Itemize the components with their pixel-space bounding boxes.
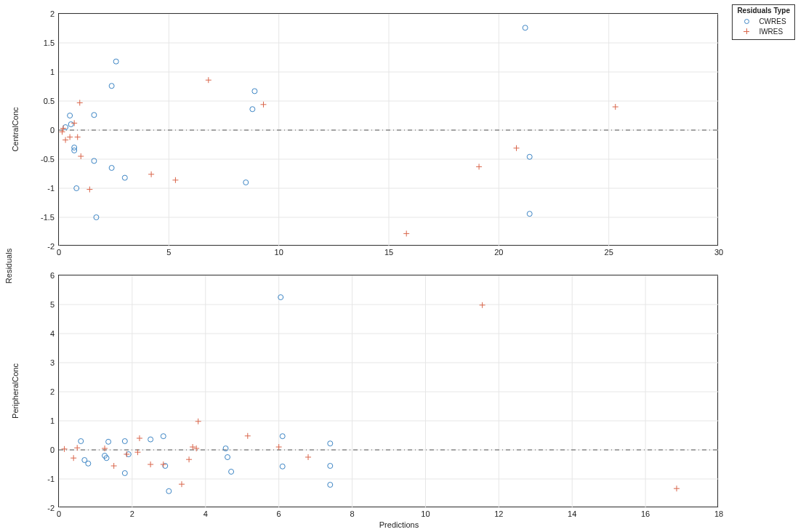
plus-marker-icon [737,27,756,36]
legend-item-iwres: IWRES [737,26,790,36]
cwres-point [250,107,255,112]
iwres-point [172,177,178,183]
iwres-point [480,302,485,308]
ytick-label: 0 [25,446,55,454]
ytick-label: -1 [25,184,55,193]
xtick-label: 10 [411,509,440,518]
iwres-point [71,120,77,126]
xtick-label: 25 [595,248,624,257]
xtick-label: 12 [484,509,513,518]
xtick-label: 30 [704,248,733,257]
ytick-label: 1 [25,416,55,425]
legend-label-cwres: CWRES [759,17,786,25]
cwres-point [78,439,84,444]
iwres-point [276,444,282,450]
iwres-point [67,134,73,140]
cwres-point [280,464,285,469]
iwres-point [260,102,266,108]
iwres-point [196,419,201,424]
xtick-label: 8 [338,509,367,518]
ytick-label: 6 [25,271,55,280]
iwres-point [111,463,117,469]
cwres-point [148,437,153,442]
axes-peripheralconc: PeripheralConc 024681012141618-2-1012345… [58,275,718,507]
cwres-point [280,434,285,439]
cwres-point [166,488,172,493]
iwres-point [102,446,108,451]
cwres-point [86,461,91,466]
circle-marker-icon [737,17,756,25]
cwres-point [106,439,111,444]
iwres-point [148,462,153,467]
cwres-point [328,483,333,488]
legend-item-cwres: CWRES [737,16,790,26]
cwres-point [252,89,257,94]
xtick-label: 18 [704,509,733,518]
cwres-point [122,439,127,444]
iwres-point [62,446,68,452]
iwres-point [75,134,81,140]
ytick-label: -2 [25,242,55,251]
ylabel-centralconc: CentralConc [11,107,20,151]
ytick-label: -2 [25,504,55,512]
xtick-label: 5 [154,248,183,257]
axes-centralconc: CentralConc 051015202530-2-1.5-1-0.500.5… [58,13,718,246]
cwres-point [68,113,73,118]
iwres-point [124,451,129,457]
iwres-point [63,137,68,143]
axes-svg-bottom [59,275,719,508]
iwres-point [305,454,311,460]
cwres-point [109,84,114,89]
cwres-point [523,25,528,31]
overall-xlabel: Predictions [0,520,798,529]
legend: Residuals Type CWRES IWRES [732,4,795,40]
ytick-label: -1.5 [25,213,55,222]
ytick-label: 3 [25,358,55,367]
iwres-point [613,104,618,110]
iwres-point [137,435,142,441]
ytick-label: 2 [25,387,55,396]
cwres-point [527,211,532,217]
cwres-point [68,122,73,127]
cwres-point [243,180,249,185]
cwres-point [225,455,230,460]
cwres-point [527,154,532,159]
xtick-label: 14 [557,509,587,518]
iwres-point [179,481,185,487]
xtick-label: 4 [191,509,220,518]
ytick-label: 0 [25,126,55,134]
iwres-point [245,433,251,439]
cwres-point [109,166,114,171]
cwres-point [122,175,127,180]
cwres-point [122,471,127,476]
iwres-point [78,153,84,159]
cwres-point [328,464,333,469]
ytick-label: 5 [25,300,55,309]
figure: Residuals Predictions CentralConc 051015… [0,0,798,532]
iwres-point [186,456,192,462]
xtick-label: 10 [265,248,294,257]
ytick-label: -1 [25,475,55,483]
ytick-label: 2 [25,9,55,18]
xtick-label: 20 [484,248,513,257]
iwres-point [86,187,92,193]
xtick-label: 15 [374,248,403,257]
cwres-point [229,469,234,475]
ytick-label: -0.5 [25,155,55,164]
overall-ylabel: Residuals [4,249,13,283]
cwres-point [113,59,118,64]
cwres-point [328,441,333,446]
ytick-label: 0.5 [25,97,55,105]
iwres-point [674,485,680,491]
ytick-label: 1 [25,68,55,76]
xtick-label: 16 [631,509,660,518]
cwres-point [161,434,166,439]
legend-title: Residuals Type [737,7,790,15]
ylabel-peripheralconc: PeripheralConc [11,363,20,419]
iwres-point [70,455,76,461]
iwres-point [190,444,196,450]
ytick-label: 4 [25,329,55,338]
iwres-point [148,172,154,177]
iwres-point [514,145,520,151]
ytick-label: 1.5 [25,39,55,47]
